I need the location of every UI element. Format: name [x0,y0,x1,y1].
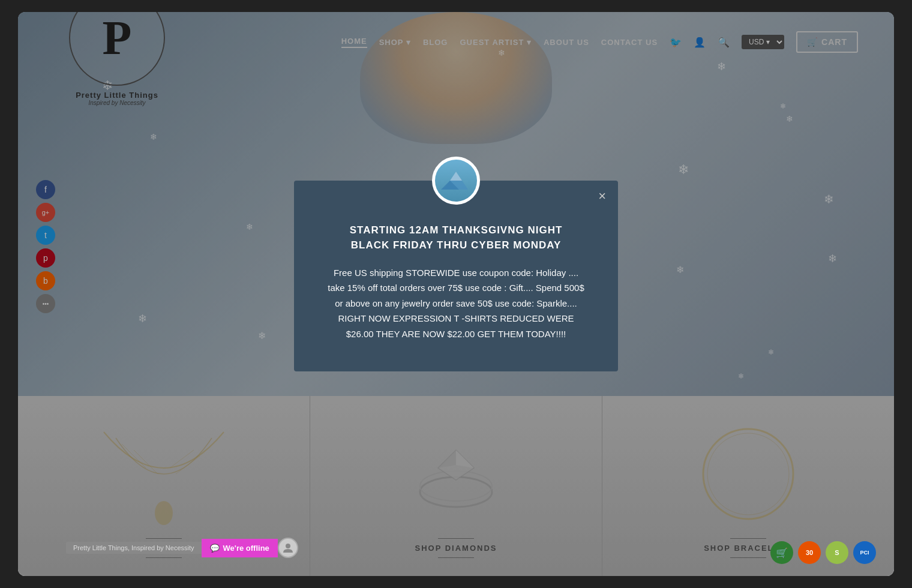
avatar-icon [282,542,294,554]
modal-body: Free US shipping STOREWIDE use coupon co… [324,265,588,342]
30day-badge[interactable]: 30 [798,541,821,564]
offline-label: We're offline [223,544,269,553]
svg-point-11 [286,544,290,548]
svg-marker-10 [450,172,462,181]
bottom-badges: 🛒 30 S PCI [770,541,876,564]
promo-modal: × STARTING 12AM THANKSGIVNG NIGHT BLACK … [294,181,618,372]
screen: ❄ ❄ ❄ ❄ ❄ ❄ ❄ ❄ ❄ ❄ ❄ ❄ ❄ ❄ ❄ ❄ ❄ ❄ P Pr… [18,12,894,576]
modal-title-line2: BLACK FRIDAY THRU CYBER MONDAY [351,239,562,251]
modal-overlay: × STARTING 12AM THANKSGIVNG NIGHT BLACK … [18,12,894,576]
modal-title-line1: STARTING 12AM THANKSGIVNG NIGHT [350,224,563,236]
modal-icon [432,157,480,205]
offline-tooltip: Pretty Little Things, Inspired by Necess… [66,542,202,554]
pci-badge[interactable]: PCI [853,541,876,564]
modal-icon-inner [435,160,477,202]
offline-badge: Pretty Little Things, Inspired by Necess… [66,538,298,558]
shopify-badge[interactable]: S [826,541,848,564]
chat-icon: 💬 [210,544,220,553]
mountain-icon [441,169,471,193]
modal-close-button[interactable]: × [598,190,606,203]
secure-badge[interactable]: 🛒 [770,541,793,564]
offline-avatar[interactable] [278,538,298,558]
modal-title: STARTING 12AM THANKSGIVNG NIGHT BLACK FR… [324,223,588,253]
offline-button[interactable]: 💬 We're offline [202,539,278,557]
